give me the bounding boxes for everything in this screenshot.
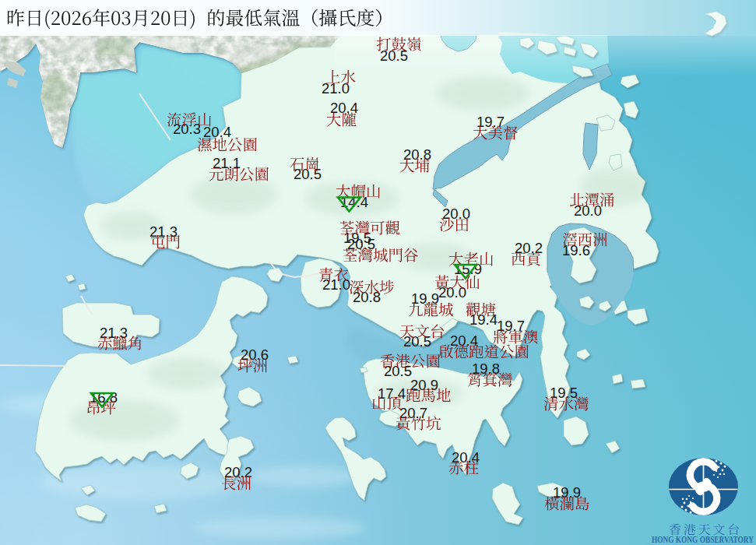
svg-text:20.2: 20.2 xyxy=(224,464,252,480)
svg-text:19.5: 19.5 xyxy=(550,385,578,401)
svg-text:19.6: 19.6 xyxy=(562,242,590,258)
svg-text:HONG KONG OBSERVATORY: HONG KONG OBSERVATORY xyxy=(652,534,754,545)
svg-text:21.0: 21.0 xyxy=(322,276,350,293)
svg-text:20.0: 20.0 xyxy=(438,284,466,301)
svg-text:20.2: 20.2 xyxy=(515,240,543,256)
svg-text:19.9: 19.9 xyxy=(411,290,439,307)
svg-text:20.5: 20.5 xyxy=(403,333,431,350)
svg-text:20.3: 20.3 xyxy=(173,121,201,137)
svg-text:20.4: 20.4 xyxy=(203,124,231,140)
svg-text:17.4: 17.4 xyxy=(378,385,406,402)
